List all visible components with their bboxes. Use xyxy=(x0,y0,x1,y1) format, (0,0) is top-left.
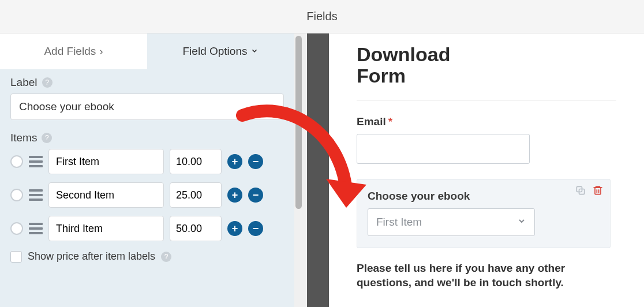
drag-handle-icon[interactable] xyxy=(29,156,43,167)
panel-tabs: Add Fields › Field Options xyxy=(0,33,294,69)
duplicate-field-button[interactable] xyxy=(574,184,587,197)
show-price-label: Show price after item labels xyxy=(28,250,155,263)
default-item-radio[interactable] xyxy=(10,222,23,235)
field-settings-panel: Add Fields › Field Options Label ? Items… xyxy=(0,33,294,307)
show-price-checkbox[interactable] xyxy=(10,251,22,263)
form-preview-panel: Download Form Email * xyxy=(329,33,644,307)
add-item-button[interactable]: + xyxy=(227,154,242,169)
item-price-input[interactable] xyxy=(170,216,222,241)
help-icon[interactable]: ? xyxy=(161,252,171,262)
item-price-input[interactable] xyxy=(170,182,222,208)
panel-divider xyxy=(294,33,329,307)
selected-field-container[interactable]: Choose your ebook First Item xyxy=(357,179,611,248)
chevron-right-icon: › xyxy=(99,45,103,58)
chevron-down-icon xyxy=(517,216,526,229)
item-price-input[interactable] xyxy=(170,149,222,174)
email-label: Email xyxy=(357,115,386,128)
default-item-radio[interactable] xyxy=(10,155,23,168)
email-input[interactable] xyxy=(357,134,530,164)
form-helper-text: Please tell us here if you have any othe… xyxy=(357,261,611,290)
add-item-button[interactable]: + xyxy=(227,188,242,203)
tab-add-fields-label: Add Fields xyxy=(44,45,96,58)
remove-item-button[interactable]: − xyxy=(248,221,263,236)
item-row: + − xyxy=(10,182,284,208)
remove-item-button[interactable]: − xyxy=(248,154,263,169)
help-icon[interactable]: ? xyxy=(42,77,53,88)
dropdown-placeholder: First Item xyxy=(376,216,422,229)
chevron-down-icon xyxy=(250,45,259,58)
item-row: + − xyxy=(10,216,284,241)
drag-handle-icon[interactable] xyxy=(29,223,43,234)
email-field-wrapper: Email * xyxy=(357,115,616,164)
default-item-radio[interactable] xyxy=(10,189,23,201)
remove-item-button[interactable]: − xyxy=(248,188,263,203)
help-icon[interactable]: ? xyxy=(42,133,52,143)
item-name-input[interactable] xyxy=(48,149,164,174)
delete-field-button[interactable] xyxy=(591,184,604,197)
tab-add-fields[interactable]: Add Fields › xyxy=(0,33,147,69)
required-asterisk-icon: * xyxy=(388,115,392,128)
svg-rect-2 xyxy=(595,188,601,194)
label-input[interactable] xyxy=(10,93,284,120)
page-header: Fields xyxy=(0,0,644,33)
dropdown-field-select[interactable]: First Item xyxy=(368,208,535,236)
dropdown-field-label: Choose your ebook xyxy=(368,190,470,203)
page-title: Fields xyxy=(306,10,337,23)
form-divider xyxy=(357,100,616,100)
preview-backdrop xyxy=(307,33,329,307)
item-name-input[interactable] xyxy=(48,216,164,241)
items-heading: Items xyxy=(10,132,37,144)
add-item-button[interactable]: + xyxy=(227,221,242,236)
drag-handle-icon[interactable] xyxy=(29,189,43,201)
item-row: + − xyxy=(10,149,284,174)
tab-field-options[interactable]: Field Options xyxy=(147,33,294,69)
scrollbar-thumb[interactable] xyxy=(295,36,302,209)
label-heading: Label xyxy=(10,76,38,89)
item-name-input[interactable] xyxy=(48,182,164,208)
tab-field-options-label: Field Options xyxy=(183,45,248,58)
form-title: Download Form xyxy=(357,44,484,87)
